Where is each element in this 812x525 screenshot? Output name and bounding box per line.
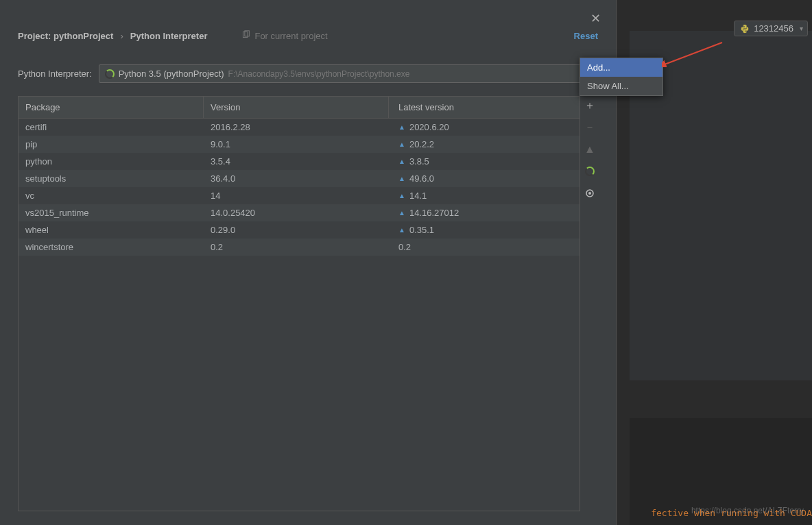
settings-dialog: ✕ Project: pythonProject › Python Interp… (0, 0, 617, 525)
upgrade-available-icon: ▲ (398, 158, 405, 165)
col-latest[interactable]: Latest version (389, 97, 580, 118)
cell-version: 14 (204, 191, 389, 201)
cell-version: 3.5.4 (204, 156, 389, 167)
col-package[interactable]: Package (19, 97, 204, 118)
cell-latest: ▲2020.6.20 (389, 122, 580, 132)
table-row[interactable]: vs2015_runtime14.0.25420▲14.16.27012 (19, 204, 580, 221)
upgrade-available-icon: ▲ (398, 209, 405, 217)
interpreter-row: Python Interpreter: Python 3.5 (pythonPr… (0, 52, 616, 83)
upgrade-available-icon: ▲ (398, 141, 405, 148)
upgrade-available-icon: ▲ (398, 123, 405, 131)
upgrade-available-icon: ▲ (398, 175, 405, 182)
cell-latest: ▲0.35.1 (389, 225, 580, 235)
cell-package: vc (19, 191, 204, 201)
table-body: certifi2016.2.28▲2020.6.20pip9.0.1▲20.2.… (19, 119, 580, 256)
remove-package-button[interactable]: － (583, 121, 597, 134)
interpreter-name: Python 3.5 (pythonProject) (119, 69, 224, 79)
popup-add[interactable]: Add... (580, 58, 662, 77)
breadcrumb-page[interactable]: Python Interpreter (130, 31, 208, 41)
table-row[interactable]: python3.5.4▲3.8.5 (19, 153, 580, 170)
cell-package: wincertstore (19, 242, 204, 252)
package-toolbar: ＋ － ▲ (580, 96, 599, 511)
table-header: Package Version Latest version (19, 97, 580, 119)
table-row[interactable]: pip9.0.1▲20.2.2 (19, 136, 580, 153)
cell-latest: ▲20.2.2 (389, 139, 580, 149)
python-icon (740, 24, 750, 34)
cell-latest: ▲14.1 (389, 191, 580, 201)
interpreter-dropdown[interactable]: Python 3.5 (pythonProject) F:\Anacondapy… (99, 64, 598, 83)
cell-version: 9.0.1 (204, 139, 389, 149)
cell-latest: 0.2 (389, 242, 580, 252)
interpreter-badge-label: 12312456 (754, 23, 793, 34)
cell-package: vs2015_runtime (19, 208, 204, 218)
for-current-project-label: For current project (241, 30, 327, 41)
popup-show-all[interactable]: Show All... (580, 77, 662, 95)
cell-latest: ▲49.6.0 (389, 173, 580, 184)
copy-icon (241, 30, 250, 41)
watermark: https://blog.csdn.net/ALZFterry (691, 506, 804, 515)
cell-latest: ▲14.16.27012 (389, 208, 580, 218)
show-early-releases-button[interactable] (583, 186, 597, 200)
add-package-button[interactable]: ＋ (583, 99, 597, 112)
interpreter-path: F:\Anacondapy3.5\envs\pythonProject\pyth… (228, 69, 410, 79)
cell-package: pip (19, 139, 204, 149)
loading-spinner-icon (105, 69, 115, 79)
cell-latest: ▲3.8.5 (389, 156, 580, 167)
interpreter-label: Python Interpreter: (18, 69, 92, 79)
cell-version: 0.2 (204, 242, 389, 252)
packages-table: Package Version Latest version certifi20… (18, 96, 580, 511)
cell-package: python (19, 156, 204, 167)
breadcrumb-project[interactable]: Project: pythonProject (18, 31, 113, 41)
cell-package: wheel (19, 225, 204, 235)
svg-point-3 (588, 192, 591, 195)
chevron-right-icon: › (120, 31, 123, 41)
cell-version: 36.4.0 (204, 173, 389, 184)
interpreter-options-popup: Add... Show All... (580, 58, 663, 96)
cell-version: 0.29.0 (204, 225, 389, 235)
cell-version: 2016.2.28 (204, 122, 389, 132)
cell-package: setuptools (19, 173, 204, 184)
table-row[interactable]: wincertstore0.20.2 (19, 239, 580, 256)
close-icon[interactable]: ✕ (590, 11, 601, 26)
interpreter-status-badge[interactable]: 12312456 (734, 21, 808, 36)
cell-package: certifi (19, 122, 204, 132)
table-row[interactable]: vc14▲14.1 (19, 187, 580, 204)
col-version[interactable]: Version (204, 97, 389, 118)
refresh-button[interactable] (583, 164, 597, 178)
upgrade-available-icon: ▲ (398, 226, 405, 234)
cell-version: 14.0.25420 (204, 208, 389, 218)
table-row[interactable]: certifi2016.2.28▲2020.6.20 (19, 119, 580, 136)
dialog-header: Project: pythonProject › Python Interpre… (0, 0, 616, 52)
upgrade-package-button[interactable]: ▲ (583, 143, 597, 156)
table-row[interactable]: wheel0.29.0▲0.35.1 (19, 221, 580, 239)
table-row[interactable]: setuptools36.4.0▲49.6.0 (19, 170, 580, 187)
packages-area: Package Version Latest version certifi20… (18, 96, 599, 511)
reset-link[interactable]: Reset (574, 31, 598, 41)
upgrade-available-icon: ▲ (398, 192, 405, 199)
